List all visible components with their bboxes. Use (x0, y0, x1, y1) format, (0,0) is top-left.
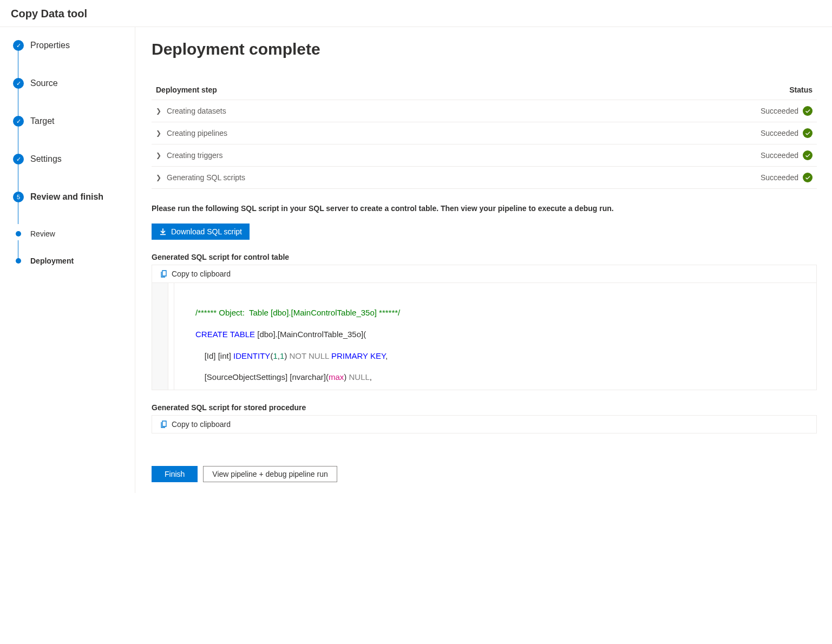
copy-label: Copy to clipboard (172, 420, 231, 429)
status-text: Succeeded (761, 129, 798, 137)
dot-icon (16, 231, 21, 236)
step-properties[interactable]: ✓ Properties (13, 40, 129, 51)
success-icon (803, 106, 813, 116)
code-text: /****** Object: Table [dbo].[MainControl… (195, 308, 400, 317)
heading: Deployment complete (152, 40, 817, 58)
code-content[interactable]: /****** Object: Table [dbo].[MainControl… (152, 282, 816, 390)
code-text: [SourceObjectSettings] [nvarchar]( (195, 372, 329, 382)
code-text: NULL (349, 372, 369, 382)
step-label: Settings (30, 154, 62, 164)
row-left: ❯ Creating datasets (156, 107, 226, 115)
check-icon: ✓ (13, 40, 24, 51)
code-text: [dbo].[MainControlTable_35o]( (255, 330, 366, 339)
copy-icon (160, 270, 168, 278)
step-number-icon: 5 (13, 192, 24, 202)
view-pipeline-debug-button[interactable]: View pipeline + debug pipeline run (203, 466, 337, 482)
code-text: [Id] [int] (195, 351, 233, 360)
step-review-and-finish[interactable]: 5 Review and finish (13, 192, 129, 202)
step-source[interactable]: ✓ Source (13, 78, 129, 89)
dot-icon (16, 258, 21, 264)
step-name: Creating datasets (167, 107, 226, 115)
step-target[interactable]: ✓ Target (13, 116, 129, 127)
code-text: max (329, 372, 344, 382)
row-left: ❯ Creating pipelines (156, 129, 227, 137)
row-status: Succeeded (761, 150, 813, 160)
stored-proc-label: Generated SQL script for stored procedur… (152, 403, 817, 412)
instruction-text: Please run the following SQL script in y… (152, 204, 817, 213)
chevron-right-icon: ❯ (156, 152, 161, 159)
table-row[interactable]: ❯ Creating pipelines Succeeded (152, 122, 817, 144)
success-icon (803, 128, 813, 138)
step-name: Creating triggers (167, 151, 223, 160)
success-icon (803, 173, 813, 182)
copy-to-clipboard-button[interactable]: Copy to clipboard (152, 416, 816, 433)
col-step: Deployment step (156, 86, 217, 94)
table-row[interactable]: ❯ Creating datasets Succeeded (152, 100, 817, 122)
step-label: Properties (30, 41, 70, 50)
download-sql-button[interactable]: Download SQL script (152, 224, 250, 240)
step-name: Creating pipelines (167, 129, 227, 137)
copy-icon (160, 420, 168, 429)
step-label: Source (30, 78, 58, 88)
status-text: Succeeded (761, 107, 798, 115)
chevron-right-icon: ❯ (156, 129, 161, 137)
page-title: Copy Data tool (0, 0, 832, 27)
code-block-proc: Copy to clipboard (152, 415, 817, 433)
control-table-label: Generated SQL script for control table (152, 253, 817, 261)
wizard-sidebar: ✓ Properties ✓ Source ✓ Target ✓ Setting… (0, 27, 135, 493)
row-status: Succeeded (761, 128, 813, 138)
check-icon: ✓ (13, 116, 24, 127)
status-text: Succeeded (761, 173, 798, 182)
code-text: IDENTITY (233, 351, 270, 360)
footer-buttons: Finish View pipeline + debug pipeline ru… (152, 466, 817, 482)
step-label: Review (30, 229, 55, 238)
step-name: Generating SQL scripts (167, 173, 245, 182)
code-text: NOT NULL (289, 351, 329, 360)
copy-label: Copy to clipboard (172, 270, 231, 278)
code-text: , (370, 372, 372, 382)
status-text: Succeeded (761, 151, 798, 160)
check-icon: ✓ (13, 78, 24, 89)
main-layout: ✓ Properties ✓ Source ✓ Target ✓ Setting… (0, 27, 832, 493)
row-status: Succeeded (761, 106, 813, 116)
step-label: Review and finish (30, 192, 103, 202)
code-text: , (385, 351, 388, 360)
code-text: 1 (280, 351, 284, 360)
step-deployment[interactable]: Deployment (13, 257, 129, 265)
code-block-control: Copy to clipboard /****** Object: Table … (152, 265, 817, 390)
row-status: Succeeded (761, 173, 813, 182)
step-list: ✓ Properties ✓ Source ✓ Target ✓ Setting… (13, 40, 129, 265)
step-settings[interactable]: ✓ Settings (13, 154, 129, 165)
chevron-right-icon: ❯ (156, 174, 161, 181)
step-review[interactable]: Review (13, 229, 129, 238)
check-icon: ✓ (13, 154, 24, 165)
download-label: Download SQL script (171, 227, 242, 236)
copy-to-clipboard-button[interactable]: Copy to clipboard (152, 265, 816, 282)
table-header: Deployment step Status (152, 83, 817, 100)
code-text: CREATE TABLE (195, 330, 255, 339)
table-row[interactable]: ❯ Creating triggers Succeeded (152, 144, 817, 166)
step-label: Target (30, 116, 54, 126)
deployment-table: Deployment step Status ❯ Creating datase… (152, 83, 817, 189)
code-text: 1 (273, 351, 277, 360)
code-text: PRIMARY KEY (331, 351, 385, 360)
chevron-right-icon: ❯ (156, 107, 161, 115)
step-label: Deployment (30, 257, 74, 265)
content: Deployment complete Deployment step Stat… (135, 27, 832, 493)
finish-button[interactable]: Finish (152, 466, 198, 482)
success-icon (803, 150, 813, 160)
download-icon (159, 228, 167, 235)
row-left: ❯ Creating triggers (156, 151, 223, 160)
row-left: ❯ Generating SQL scripts (156, 173, 245, 182)
col-status: Status (789, 86, 813, 94)
table-row[interactable]: ❯ Generating SQL scripts Succeeded (152, 166, 817, 189)
